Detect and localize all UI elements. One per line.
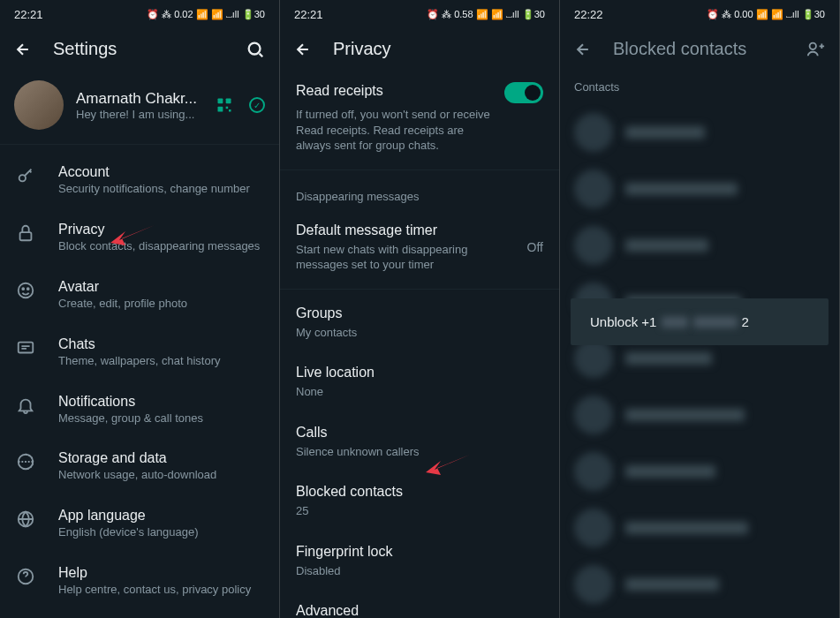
- chat-icon: [14, 336, 37, 358]
- privacy-item-groups[interactable]: Groups My contacts: [280, 293, 559, 353]
- contact-row[interactable]: [560, 217, 839, 274]
- read-receipts-title: Read receipts: [296, 83, 383, 99]
- privacy-item-title: Fingerprint lock: [296, 544, 543, 560]
- settings-item-notifications[interactable]: Notifications Message, group & call tone…: [0, 381, 279, 439]
- qr-icon[interactable]: [216, 96, 233, 114]
- privacy-item-blocked-contacts[interactable]: Blocked contacts 25: [280, 471, 559, 531]
- contact-name-blurred: [625, 352, 712, 365]
- settings-item-chats[interactable]: Chats Theme, wallpapers, chat history: [0, 324, 279, 381]
- privacy-item-subtitle: None: [296, 384, 543, 400]
- privacy-item-title: Calls: [296, 425, 543, 441]
- page-title: Privacy: [333, 39, 545, 59]
- divider: [280, 170, 559, 170]
- unblock-popup[interactable]: Unblock +1 2: [571, 298, 829, 345]
- status-icons: ⏰ ⁂ 0.00 📶 📶 ⎵ıll 🔋30: [707, 9, 825, 20]
- settings-item-help[interactable]: Help Help centre, contact us, privacy po…: [0, 553, 279, 610]
- disappearing-section-header: Disappearing messages: [280, 174, 559, 210]
- settings-header: Settings: [0, 28, 279, 70]
- contact-name-blurred: [625, 578, 719, 591]
- privacy-item-advanced[interactable]: Advanced Protect IP address in calls: [280, 591, 559, 618]
- svg-point-0: [249, 42, 261, 54]
- settings-item-subtitle: Create, edit, profile photo: [58, 297, 265, 312]
- privacy-item-subtitle: Disabled: [296, 563, 543, 579]
- unblock-suffix: 2: [741, 314, 748, 329]
- data-icon: [14, 450, 37, 471]
- contact-avatar: [574, 113, 613, 152]
- settings-item-subtitle: Message, group & call tones: [58, 411, 265, 426]
- svg-point-9: [22, 288, 24, 290]
- svg-rect-11: [19, 342, 34, 352]
- read-receipts-subtitle: If turned off, you won't send or receive…: [296, 107, 490, 154]
- status-time: 22:21: [14, 8, 43, 21]
- svg-rect-4: [226, 107, 228, 109]
- settings-item-account[interactable]: Account Security notifications, change n…: [0, 152, 279, 209]
- contact-name-blurred: [625, 239, 708, 252]
- settings-item-app-language[interactable]: App language English (device's language): [0, 495, 279, 553]
- settings-item-privacy[interactable]: Privacy Block contacts, disappearing mes…: [0, 209, 279, 267]
- settings-panel: 22:21 ⏰ ⁂ 0.02 📶 📶 ⎵ıll 🔋30 Settings Ama…: [0, 0, 280, 618]
- divider: [0, 144, 279, 145]
- privacy-item-subtitle: 25: [296, 503, 543, 519]
- privacy-item-subtitle: Start new chats with disappearing messag…: [296, 242, 517, 273]
- svg-rect-2: [226, 99, 231, 104]
- privacy-panel: 22:21 ⏰ ⁂ 0.58 📶 📶 ⎵ıll 🔋30 Privacy Read…: [280, 0, 560, 618]
- help-icon: [14, 565, 37, 586]
- profile-section[interactable]: Amarnath Chakr... Hey there! I am using.…: [0, 70, 279, 140]
- contact-row[interactable]: [560, 500, 839, 556]
- contact-avatar: [574, 509, 613, 547]
- settings-item-title: Chats: [58, 336, 265, 352]
- add-person-icon[interactable]: [806, 40, 825, 59]
- contact-avatar: [574, 170, 613, 208]
- privacy-item-subtitle: My contacts: [296, 325, 543, 341]
- profile-info: Amarnath Chakr... Hey there! I am using.…: [76, 90, 203, 121]
- profile-actions: ✓: [216, 96, 265, 114]
- status-time: 22:22: [574, 8, 603, 21]
- blocked-contacts-panel: 22:22 ⏰ ⁂ 0.00 📶 📶 ⎵ıll 🔋30 Blocked cont…: [560, 0, 840, 618]
- settings-item-avatar[interactable]: Avatar Create, edit, profile photo: [0, 267, 279, 324]
- privacy-item-title: Blocked contacts: [296, 484, 543, 500]
- privacy-item-value: Off: [527, 240, 543, 254]
- back-icon[interactable]: [14, 41, 32, 58]
- status-icons: ⏰ ⁂ 0.58 📶 📶 ⎵ıll 🔋30: [427, 9, 545, 20]
- settings-item-subtitle: Security notifications, change number: [58, 182, 265, 197]
- privacy-item-fingerprint-lock[interactable]: Fingerprint lock Disabled: [280, 531, 559, 592]
- settings-item-storage-and-data[interactable]: Storage and data Network usage, auto-dow…: [0, 438, 279, 495]
- settings-item-title: Account: [58, 164, 265, 180]
- settings-item-title: Privacy: [58, 222, 265, 237]
- search-icon[interactable]: [246, 40, 265, 59]
- status-icons: ⏰ ⁂ 0.02 📶 📶 ⎵ıll 🔋30: [147, 9, 265, 20]
- svg-point-8: [19, 283, 34, 298]
- contact-row[interactable]: [560, 104, 839, 161]
- read-receipts-toggle[interactable]: [504, 82, 543, 103]
- key-icon: [14, 164, 37, 185]
- contact-name-blurred: [625, 183, 738, 195]
- face-icon: [14, 279, 37, 300]
- contact-row[interactable]: [560, 443, 839, 500]
- privacy-read-receipts[interactable]: Read receipts If turned off, you won't s…: [280, 70, 559, 166]
- globe-icon: [14, 508, 37, 529]
- settings-list: Account Security notifications, change n…: [0, 148, 279, 614]
- privacy-item-subtitle: Silence unknown callers: [296, 444, 543, 460]
- privacy-item-calls[interactable]: Calls Silence unknown callers: [280, 412, 559, 472]
- status-bar: 22:21 ⏰ ⁂ 0.02 📶 📶 ⎵ıll 🔋30: [0, 0, 279, 28]
- back-icon[interactable]: [574, 41, 592, 58]
- privacy-item-live-location[interactable]: Live location None: [280, 352, 559, 412]
- contact-row[interactable]: [560, 387, 839, 443]
- privacy-header: Privacy: [280, 28, 559, 70]
- privacy-item-title: Live location: [296, 365, 543, 381]
- status-bar: 22:21 ⏰ ⁂ 0.58 📶 📶 ⎵ıll 🔋30: [280, 0, 559, 28]
- back-icon[interactable]: [294, 41, 312, 58]
- contact-row[interactable]: [560, 161, 839, 217]
- blurred-number: [662, 317, 688, 328]
- status-time: 22:21: [294, 8, 323, 21]
- contact-avatar: [574, 565, 613, 604]
- check-circle-icon[interactable]: ✓: [249, 97, 265, 113]
- svg-rect-5: [229, 109, 231, 112]
- contact-row[interactable]: [560, 556, 839, 613]
- bell-icon: [14, 394, 37, 415]
- page-title: Settings: [53, 39, 224, 59]
- contact-name-blurred: [625, 409, 745, 421]
- avatar: [14, 80, 64, 130]
- lock-icon: [14, 222, 37, 243]
- privacy-item-default-message-timer[interactable]: Default message timer Start new chats wi…: [280, 210, 559, 285]
